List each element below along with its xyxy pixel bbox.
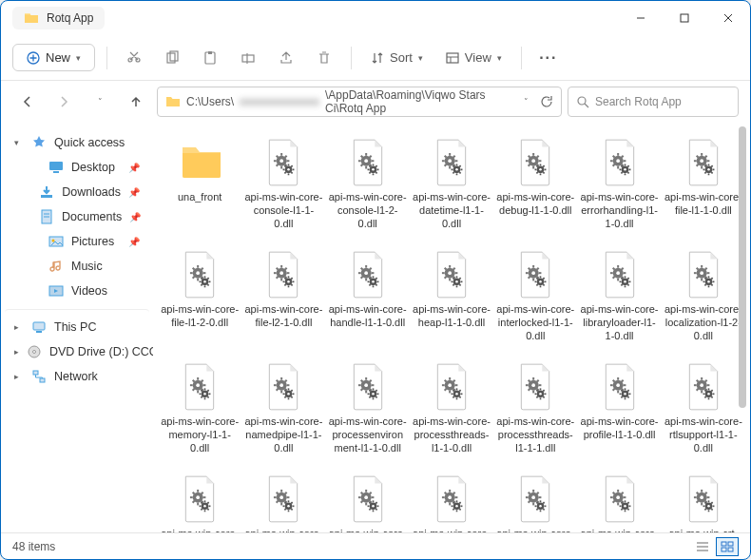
svg-line-60 [370, 156, 372, 158]
folder-icon [179, 138, 221, 187]
file-item[interactable]: api-ms-win-core-console-l1-1-0.dll [242, 134, 324, 241]
forward-button[interactable] [48, 87, 79, 117]
file-item[interactable]: api-ms-win-core-file-l1-1-0.dll [663, 134, 744, 241]
file-item[interactable]: api-ms-win-core-synch-l1-1-0.dll [242, 471, 324, 532]
file-view[interactable]: una_frontapi-ms-win-core-console-l1-1-0.… [153, 123, 750, 532]
svg-line-398 [612, 380, 614, 382]
dll-file-icon [683, 138, 724, 187]
file-item[interactable]: api-ms-win-core-file-l1-2-0.dll [159, 246, 241, 353]
sidebar-item-dvd[interactable]: ▸DVD Drive (D:) CCCC [5, 339, 149, 364]
svg-line-358 [445, 380, 447, 382]
svg-line-288 [704, 278, 705, 279]
sidebar-item-star[interactable]: ▾Quick access [5, 130, 149, 155]
back-button[interactable] [12, 87, 43, 117]
delete-button[interactable] [309, 43, 339, 73]
sidebar-item-network[interactable]: ▸Network [5, 364, 149, 389]
svg-point-62 [364, 159, 368, 163]
sort-button[interactable]: Sort ▾ [363, 50, 431, 65]
svg-line-430 [711, 390, 712, 391]
refresh-button[interactable] [540, 95, 553, 108]
file-item[interactable]: api-ms-win-core-debug-l1-1-0.dll [494, 134, 576, 241]
svg-line-129 [627, 172, 628, 173]
svg-line-210 [376, 278, 376, 279]
file-name: api-ms-win-core-errorhandling-l1-1-0.dll [581, 191, 659, 230]
item-count: 48 items [12, 540, 55, 553]
file-item[interactable]: api-ms-win-core-heap-l1-1-0.dll [411, 246, 492, 353]
folder-item[interactable]: una_front [159, 134, 241, 241]
up-button[interactable] [121, 87, 151, 117]
address-bar[interactable]: C:\Users\xxxxxxxxxxxxxx\AppData\Roaming\… [157, 87, 562, 117]
dll-file-icon [599, 250, 641, 299]
sidebar-item-pictures[interactable]: Pictures📌 [5, 229, 149, 254]
file-item[interactable]: api-ms-win-core-handle-l1-1-0.dll [327, 246, 409, 353]
rename-button[interactable] [233, 43, 263, 73]
chevron-down-icon[interactable]: ˅ [524, 97, 529, 106]
file-item[interactable]: api-ms-win-core-namedpipe-l1-1-0.dll [242, 358, 324, 465]
cut-button[interactable] [119, 43, 149, 73]
search-box[interactable]: Search Rotq App [568, 87, 739, 117]
copy-button[interactable] [157, 43, 187, 73]
file-item[interactable]: api-ms-win-core-util-l1-1-0.dll [578, 471, 660, 532]
svg-point-112 [539, 168, 542, 171]
window-tab[interactable]: Rotq App [12, 7, 105, 29]
svg-line-428 [704, 390, 705, 391]
paste-button[interactable] [195, 43, 225, 73]
file-item[interactable]: api-ms-win-core-errorhandling-l1-1-0.dll [578, 134, 660, 241]
sidebar-item-downloads[interactable]: Downloads📌 [5, 180, 149, 204]
svg-line-540 [621, 492, 623, 494]
sidebar-item-music[interactable]: Music [5, 254, 149, 279]
new-label: New [46, 50, 70, 65]
scrollbar[interactable] [737, 126, 748, 529]
file-item[interactable]: api-ms-win-core-synch-l1-2-0.dll [327, 471, 409, 532]
file-item[interactable]: api-ms-win-core-sysinfo-l1-1-0.dll [411, 471, 492, 532]
new-button[interactable]: New ▾ [12, 44, 95, 71]
sidebar-item-documents[interactable]: Documents📌 [5, 204, 149, 229]
svg-line-191 [285, 284, 286, 285]
file-item[interactable]: api-ms-win-core-localization-l1-2-0.dll [663, 246, 744, 353]
file-item[interactable]: api-ms-win-crt-conio-l1-1-0.dll [663, 471, 744, 532]
maximize-button[interactable] [663, 3, 706, 33]
view-button[interactable]: View ▾ [438, 50, 510, 65]
file-item[interactable]: api-ms-win-core-processenvironment-l1-1-… [327, 358, 409, 465]
svg-line-441 [193, 501, 195, 503]
sidebar-item-videos[interactable]: Videos [5, 279, 149, 303]
share-button[interactable] [271, 43, 301, 73]
sidebar-item-desktop[interactable]: Desktop📌 [5, 155, 149, 180]
file-item[interactable]: api-ms-win-core-string-l1-1-0.dll [159, 471, 241, 532]
file-name: api-ms-win-core-localization-l1-2-0.dll [664, 303, 742, 342]
file-item[interactable]: api-ms-win-core-datetime-l1-1-0.dll [411, 134, 492, 241]
dll-file-icon [262, 138, 304, 187]
pin-icon: 📌 [129, 212, 141, 222]
file-name: api-ms-win-core-profile-l1-1-0.dll [581, 415, 659, 442]
svg-line-178 [277, 268, 279, 270]
svg-line-78 [445, 156, 447, 158]
file-item[interactable]: api-ms-win-core-processthreads-l1-1-0.dl… [411, 358, 492, 465]
file-item[interactable]: api-ms-win-core-file-l2-1-0.dll [242, 246, 324, 353]
scroll-thumb[interactable] [739, 126, 746, 408]
svg-line-330 [292, 390, 293, 391]
file-item[interactable]: api-ms-win-core-console-l1-2-0.dll [327, 134, 409, 241]
sidebar-item-thispc[interactable]: ▸This PC [5, 309, 149, 339]
svg-line-411 [621, 396, 622, 397]
icons-view-button[interactable] [716, 537, 739, 556]
more-button[interactable]: ··· [533, 43, 564, 73]
file-item[interactable]: api-ms-win-core-processthreads-l1-1-1.dl… [494, 358, 576, 465]
dll-file-icon [431, 250, 472, 299]
file-item[interactable]: api-ms-win-core-memory-l1-1-0.dll [159, 358, 241, 465]
file-item[interactable]: api-ms-win-core-rtlsupport-l1-1-0.dll [663, 358, 744, 465]
pin-icon: 📌 [128, 187, 140, 198]
svg-line-148 [704, 165, 705, 166]
details-view-button[interactable] [691, 537, 714, 556]
svg-line-110 [544, 165, 545, 166]
svg-point-72 [372, 168, 375, 171]
recent-button[interactable]: ˅ [85, 87, 115, 117]
minimize-button[interactable] [619, 3, 663, 33]
file-item[interactable]: api-ms-win-core-libraryloader-l1-1-0.dll [578, 246, 660, 353]
svg-rect-11 [242, 55, 254, 62]
svg-rect-20 [41, 195, 52, 198]
file-item[interactable]: api-ms-win-core-interlocked-l1-1-0.dll [494, 246, 576, 353]
close-button[interactable] [706, 3, 750, 33]
svg-line-328 [285, 390, 286, 391]
file-item[interactable]: api-ms-win-core-timezone-l1-1-0.dll [494, 471, 576, 532]
file-item[interactable]: api-ms-win-core-profile-l1-1-0.dll [578, 358, 660, 465]
